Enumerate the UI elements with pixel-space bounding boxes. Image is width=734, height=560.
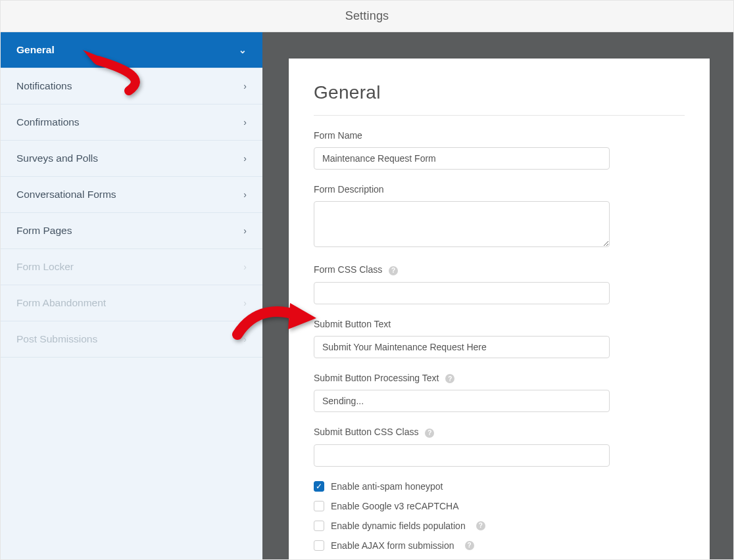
form-description-input[interactable] [314, 201, 610, 247]
form-description-label: Form Description [314, 184, 685, 195]
sidebar-item-post-submissions[interactable]: Post Submissions › [1, 321, 262, 358]
settings-sidebar: General ⌄ Notifications › Confirmations … [1, 32, 262, 559]
sidebar-item-form-pages[interactable]: Form Pages › [1, 213, 262, 249]
chevron-right-icon: › [243, 117, 247, 128]
topbar-title: Settings [345, 9, 389, 23]
sidebar-item-label: Conversational Forms [16, 189, 116, 200]
option-ajax-submission: Enable AJAX form submission ? [314, 540, 685, 551]
submit-button-text-label: Submit Button Text [314, 319, 685, 329]
field-form-css-class: Form CSS Class ? [314, 264, 685, 304]
sidebar-item-form-abandonment[interactable]: Form Abandonment › [1, 285, 262, 321]
option-label: Enable Google v3 reCAPTCHA [331, 501, 459, 511]
option-label: Enable anti-spam honeypot [331, 481, 443, 492]
sidebar-item-label: Confirmations [16, 116, 80, 128]
field-submit-processing-text: Submit Button Processing Text ? [314, 373, 685, 413]
chevron-right-icon: › [243, 225, 247, 236]
field-form-description: Form Description [314, 184, 685, 250]
topbar: Settings [1, 1, 733, 32]
chevron-right-icon: › [243, 81, 247, 91]
field-submit-button-text: Submit Button Text [314, 319, 685, 358]
checkbox[interactable]: ✓ [314, 481, 324, 492]
panel-heading: General [314, 82, 685, 116]
chevron-right-icon: › [243, 298, 247, 308]
form-css-class-label: Form CSS Class ? [314, 264, 685, 275]
form-css-class-input[interactable] [314, 282, 610, 304]
form-name-input[interactable] [314, 147, 610, 170]
help-icon[interactable]: ? [445, 374, 454, 383]
form-name-label: Form Name [314, 130, 685, 141]
submit-processing-text-input[interactable] [314, 390, 610, 412]
options-checklist: ✓ Enable anti-spam honeypot Enable Googl… [314, 481, 685, 561]
field-form-name: Form Name [314, 130, 685, 170]
option-anti-spam-honeypot: ✓ Enable anti-spam honeypot [314, 481, 685, 492]
sidebar-item-label: Notifications [16, 80, 72, 92]
chevron-down-icon: ⌄ [239, 45, 247, 55]
sidebar-item-label: Form Pages [16, 225, 72, 237]
option-dynamic-fields: Enable dynamic fields population ? [314, 521, 685, 531]
sidebar-item-label: Surveys and Polls [16, 152, 98, 164]
chevron-right-icon: › [243, 189, 247, 200]
sidebar-item-general[interactable]: General ⌄ [1, 32, 262, 68]
option-label: Enable dynamic fields population [331, 521, 466, 531]
field-submit-button-css: Submit Button CSS Class ? [314, 427, 685, 467]
help-icon[interactable]: ? [389, 266, 398, 275]
sidebar-item-label: Form Abandonment [16, 297, 106, 309]
chevron-right-icon: › [243, 262, 247, 272]
chevron-right-icon: › [243, 334, 247, 344]
help-icon[interactable]: ? [465, 541, 474, 550]
chevron-right-icon: › [243, 153, 247, 164]
submit-button-css-input[interactable] [314, 444, 610, 467]
checkbox[interactable] [314, 540, 324, 551]
sidebar-item-form-locker[interactable]: Form Locker › [1, 249, 262, 285]
help-icon[interactable]: ? [425, 429, 434, 438]
sidebar-item-notifications[interactable]: Notifications › [1, 68, 262, 105]
submit-button-text-input[interactable] [314, 336, 610, 358]
sidebar-item-label: Post Submissions [16, 333, 97, 345]
sidebar-item-conversational-forms[interactable]: Conversational Forms › [1, 177, 262, 213]
checkbox[interactable] [314, 521, 324, 531]
general-settings-panel: General Form Name Form Description Form … [289, 58, 710, 560]
sidebar-item-label: General [16, 44, 55, 56]
submit-button-css-label: Submit Button CSS Class ? [314, 427, 685, 438]
option-label: Enable AJAX form submission [331, 540, 454, 551]
checkbox[interactable] [314, 501, 324, 511]
sidebar-item-confirmations[interactable]: Confirmations › [1, 105, 262, 141]
sidebar-item-label: Form Locker [16, 261, 74, 273]
main-area: General Form Name Form Description Form … [262, 32, 733, 559]
option-recaptcha-v3: Enable Google v3 reCAPTCHA [314, 501, 685, 511]
help-icon[interactable]: ? [476, 521, 485, 530]
submit-processing-text-label: Submit Button Processing Text ? [314, 373, 685, 384]
sidebar-item-surveys-polls[interactable]: Surveys and Polls › [1, 141, 262, 177]
